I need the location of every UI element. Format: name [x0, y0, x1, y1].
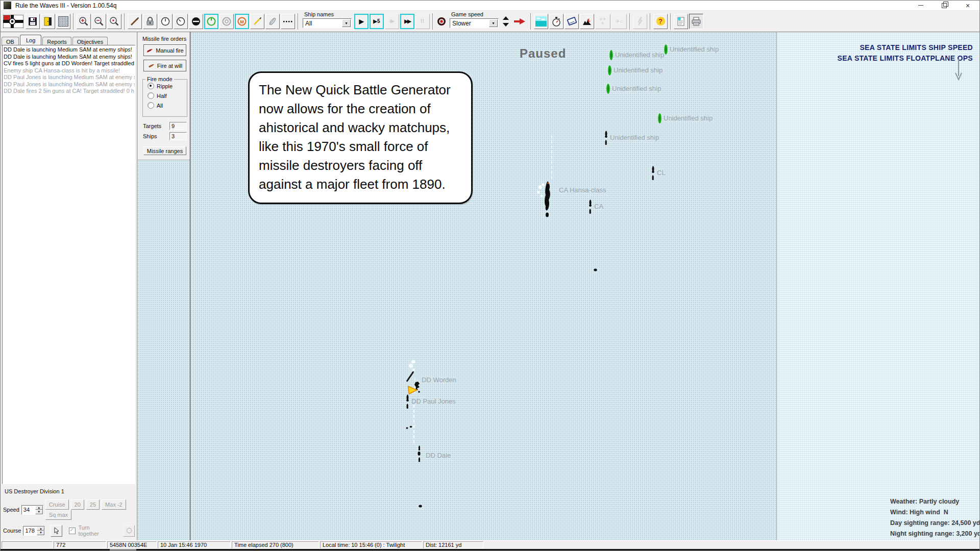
paused-indicator: Paused: [520, 46, 566, 61]
game-speed-select-dropdown[interactable]: Slower▼: [450, 18, 499, 28]
tactical-map[interactable]: Paused The New Quick Battle Generatornow…: [190, 32, 979, 540]
callout-line: against a major fleet from 1890.: [259, 175, 468, 194]
ship-names-select-dropdown[interactable]: All▼: [303, 18, 352, 28]
print-button[interactable]: [689, 14, 703, 29]
toolbar-separator: [73, 13, 74, 30]
map-marker[interactable]: [593, 265, 598, 274]
zoom-in-button[interactable]: [77, 14, 91, 29]
callout-line: ahistorical and wacky matchups,: [259, 118, 468, 137]
report-button[interactable]: [674, 14, 688, 29]
ship-contact-dd-dale[interactable]: DD Dale: [416, 445, 423, 465]
ship-contact-unidentified-ship[interactable]: Unidentified ship: [609, 49, 614, 63]
missile-orders-column: Missile fire orders Manual fire Fire at …: [137, 32, 190, 540]
app-icon: [4, 2, 11, 9]
step-button: I▶: [385, 14, 399, 29]
signal-noise-button[interactable]: [56, 14, 70, 29]
missile-m-button[interactable]: M: [235, 14, 249, 29]
exit-door-button[interactable]: [41, 14, 55, 29]
course-stepper[interactable]: 178 ▲▼: [23, 526, 45, 536]
missile-ranges-button[interactable]: Missile ranges: [143, 146, 186, 155]
save-button[interactable]: [26, 14, 40, 29]
green-ring-button[interactable]: [204, 14, 218, 29]
ship-contact-unidentified-ship[interactable]: Unidentified ship: [606, 83, 610, 96]
strip-segment: [110, 549, 136, 550]
log-book-button[interactable]: [565, 14, 579, 29]
contact-label: DD Paul Jones: [411, 397, 456, 405]
fire-mode-half[interactable]: Half: [148, 92, 187, 99]
dots-button[interactable]: [281, 14, 295, 29]
fast-forward-button[interactable]: ▶▶: [400, 14, 414, 29]
status-cell: Dist: 12161 yd: [423, 541, 483, 548]
restore-button[interactable]: [933, 1, 956, 10]
torpedo-button[interactable]: [189, 14, 203, 29]
division-control-panel: US Destroyer Division 1 Speed 34 ▲▼ Crui…: [3, 488, 135, 541]
toolbar-separator: [650, 13, 651, 30]
ship-contact-unidentified-ship[interactable]: Unidentified ship: [607, 65, 612, 78]
contact-label: DD Worden: [422, 376, 456, 384]
close-button[interactable]: ×: [956, 1, 979, 10]
radio-icon[interactable]: [148, 92, 154, 99]
course-value: 178: [23, 527, 37, 535]
gray-ring-button[interactable]: [219, 14, 234, 29]
fire-mode-ripple[interactable]: Ripple: [148, 83, 187, 89]
german-ensign-flag-icon[interactable]: [2, 14, 24, 29]
pencil-button[interactable]: [250, 14, 264, 29]
lock-button[interactable]: [143, 14, 157, 29]
fire-at-will-button[interactable]: Fire at will: [143, 60, 186, 71]
ship-contact-dd-worden[interactable]: DD Worden: [409, 370, 411, 383]
game-speed-select-label: Game speed: [451, 11, 483, 17]
weather-info: Weather: Partly cloudyWind: High wind ND…: [890, 496, 979, 539]
status-cell: [2, 541, 53, 548]
course-down-button[interactable]: ▼: [37, 531, 44, 535]
clock-hand-button[interactable]: [174, 14, 188, 29]
ship-contact-ca[interactable]: CA: [587, 199, 593, 220]
status-cell: Time elapsed 270 (800): [232, 541, 319, 548]
speed-up-button[interactable]: ▲: [35, 506, 43, 510]
fire-mode-all[interactable]: All: [148, 102, 187, 109]
tab-log[interactable]: Log: [20, 35, 41, 45]
advance-arrow-button[interactable]: [511, 14, 528, 29]
play-5-button[interactable]: ▶5: [370, 14, 384, 29]
speed-down-button[interactable]: ▼: [35, 510, 43, 514]
ship-contact-cl[interactable]: CL: [650, 165, 656, 187]
log-entry: DD Dale is launching Medium SAM at enemy…: [4, 54, 135, 61]
contact-label: Unidentified ship: [615, 51, 664, 59]
ship-contact-unidentified-ship[interactable]: Unidentified ship: [664, 44, 668, 57]
set-course-button[interactable]: [51, 525, 62, 537]
speed-stepper[interactable]: 34 ▲▼: [21, 505, 43, 515]
quill-button[interactable]: [265, 14, 280, 29]
roundel-icon[interactable]: [436, 14, 447, 29]
dropdown-arrow-icon[interactable]: ▼: [489, 19, 498, 27]
clock-button[interactable]: [158, 14, 173, 29]
stopwatch-button[interactable]: [549, 14, 564, 29]
sea-view-button[interactable]: [534, 14, 548, 29]
zoom-select-button[interactable]: [107, 14, 121, 29]
damage-button[interactable]: [580, 14, 594, 29]
restore-icon: [942, 3, 947, 8]
window-controls: ×: [909, 1, 979, 10]
manual-fire-button[interactable]: Manual fire: [143, 44, 186, 56]
zoom-out-button[interactable]: [92, 14, 106, 29]
gunnery-button[interactable]: [128, 14, 142, 29]
ship-contact-dd-paul-jones[interactable]: DD Paul Jones: [405, 394, 410, 415]
air-circle-button: ✈○: [611, 14, 627, 29]
course-up-button[interactable]: ▲: [37, 527, 44, 531]
toolbar-separator: [432, 13, 433, 30]
map-marker[interactable]: [418, 501, 423, 510]
minimize-button[interactable]: [909, 1, 933, 10]
play-button[interactable]: ▶: [354, 14, 369, 29]
callout-line: now allows for the creation of: [259, 99, 468, 118]
contact-label: Unidentified ship: [614, 66, 663, 74]
speed-spinner[interactable]: [501, 14, 510, 29]
help-button[interactable]: ?: [653, 14, 668, 29]
radio-icon[interactable]: [148, 83, 154, 89]
radio-icon[interactable]: [148, 102, 154, 109]
ship-contact-ca-hansa-class[interactable]: CA Hansa-class: [536, 180, 560, 222]
ship-contact-unidentified-ship[interactable]: Unidentified ship: [657, 113, 662, 126]
map-marker[interactable]: [405, 422, 413, 432]
ship-contact-unidentified-ship[interactable]: Unidentified ship: [603, 130, 609, 152]
battle-log-list[interactable]: DD Dale is launching Medium SAM at enemy…: [2, 45, 135, 484]
status-cell: 10 Jan 15:46 1970: [158, 541, 231, 548]
dropdown-arrow-icon[interactable]: ▼: [342, 19, 351, 27]
callout-line: like this 1970's small force of: [259, 137, 468, 156]
